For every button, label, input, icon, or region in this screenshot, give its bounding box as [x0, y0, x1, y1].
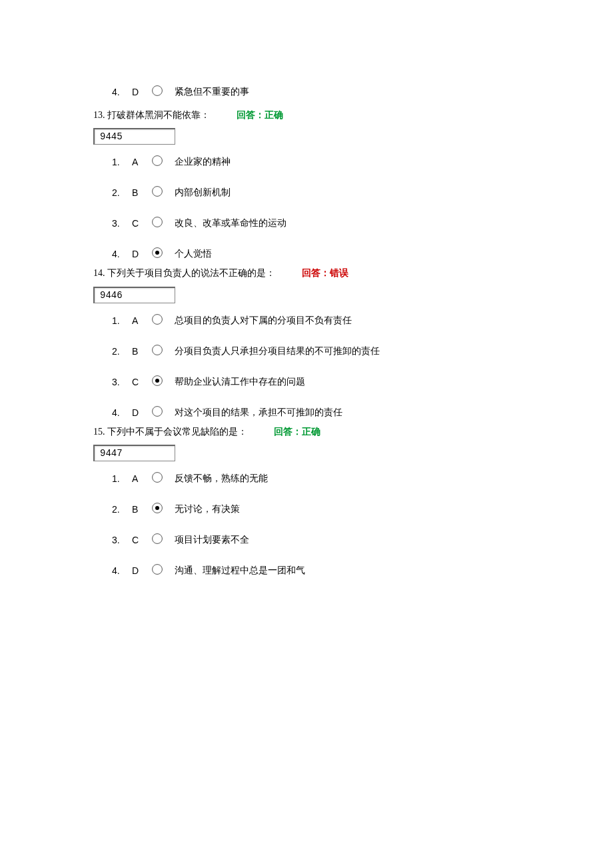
option-index: 1. [112, 157, 127, 167]
radio-icon[interactable] [152, 314, 163, 325]
option-row[interactable]: 3.C改良、改革或革命性的运动 [112, 218, 520, 229]
question-id-box: 9447 [93, 445, 175, 461]
feedback-label: 回答：错误 [302, 268, 348, 278]
option-index: 1. [112, 316, 127, 325]
question-header: 15. 下列中不属于会议常见缺陷的是：回答：正确 [93, 425, 520, 439]
option-letter: C [132, 377, 144, 387]
option-row[interactable]: 4.D个人觉悟 [112, 249, 520, 259]
radio-icon[interactable] [152, 345, 163, 355]
option-index: 1. [112, 474, 127, 483]
option-text: 总项目的负责人对下属的分项目不负有责任 [175, 316, 352, 325]
option-index: 3. [112, 377, 127, 387]
option-index: 2. [112, 188, 127, 197]
option-text: 对这个项目的结果，承担不可推卸的责任 [175, 408, 342, 417]
option-text: 紧急但不重要的事 [175, 87, 249, 97]
option-text: 企业家的精神 [175, 157, 231, 167]
radio-icon[interactable] [152, 406, 163, 417]
radio-icon[interactable] [152, 85, 163, 96]
option-index: 4. [112, 87, 127, 97]
option-letter: B [132, 347, 144, 356]
option-row[interactable]: 4.D对这个项目的结果，承担不可推卸的责任 [112, 407, 520, 418]
option-text: 无讨论，有决策 [175, 505, 240, 514]
options-list: 1.A企业家的精神2.B内部创新机制3.C改良、改革或革命性的运动4.D个人觉悟 [93, 157, 520, 259]
option-letter: A [132, 157, 144, 167]
option-row[interactable]: 3.C项目计划要素不全 [112, 535, 520, 545]
option-letter: C [132, 219, 144, 228]
radio-icon[interactable] [152, 472, 163, 483]
radio-icon[interactable] [152, 217, 163, 227]
question-text: 打破群体黑洞不能依靠： [107, 110, 210, 120]
option-letter: D [132, 566, 144, 575]
quiz-page: 4. D 紧急但不重要的事 13. 打破群体黑洞不能依靠：回答：正确94451.… [0, 0, 613, 609]
radio-icon[interactable] [152, 155, 163, 166]
question-header: 13. 打破群体黑洞不能依靠：回答：正确 [93, 108, 520, 123]
question-text: 下列关于项目负责人的说法不正确的是： [107, 268, 275, 278]
option-index: 4. [112, 566, 127, 575]
option-text: 沟通、理解过程中总是一团和气 [175, 566, 305, 575]
option-index: 3. [112, 219, 127, 228]
option-row[interactable]: 4. D 紧急但不重要的事 [112, 87, 520, 97]
option-text: 帮助企业认清工作中存在的问题 [175, 377, 305, 387]
option-row[interactable]: 1.A总项目的负责人对下属的分项目不负有责任 [112, 315, 520, 326]
radio-icon[interactable] [152, 247, 163, 258]
option-index: 2. [112, 347, 127, 356]
question-id-box: 9446 [93, 287, 175, 303]
option-index: 4. [112, 249, 127, 259]
questions-container: 13. 打破群体黑洞不能依靠：回答：正确94451.A企业家的精神2.B内部创新… [93, 108, 520, 576]
option-letter: A [132, 474, 144, 483]
option-text: 项目计划要素不全 [175, 535, 249, 545]
option-index: 3. [112, 535, 127, 545]
option-text: 改良、改革或革命性的运动 [175, 219, 287, 228]
option-letter: D [132, 249, 144, 259]
option-index: 4. [112, 408, 127, 417]
option-letter: B [132, 188, 144, 197]
option-row[interactable]: 3.C帮助企业认清工作中存在的问题 [112, 377, 520, 387]
feedback-label: 回答：正确 [274, 427, 320, 437]
radio-icon[interactable] [152, 186, 163, 197]
option-row[interactable]: 2.B无讨论，有决策 [112, 504, 520, 515]
radio-icon[interactable] [152, 564, 163, 575]
option-letter: A [132, 316, 144, 325]
question-number: 15. [93, 427, 105, 437]
options-list: 1.A反馈不畅，熟练的无能2.B无讨论，有决策3.C项目计划要素不全4.D沟通、… [93, 473, 520, 576]
option-letter: D [132, 408, 144, 417]
option-index: 2. [112, 505, 127, 514]
orphan-option: 4. D 紧急但不重要的事 [93, 87, 520, 97]
option-letter: C [132, 535, 144, 545]
option-row[interactable]: 1.A企业家的精神 [112, 157, 520, 167]
option-letter: D [132, 87, 144, 97]
option-text: 分项目负责人只承担分项目结果的不可推卸的责任 [175, 347, 380, 356]
option-row[interactable]: 4.D沟通、理解过程中总是一团和气 [112, 565, 520, 576]
option-row[interactable]: 2.B分项目负责人只承担分项目结果的不可推卸的责任 [112, 346, 520, 357]
options-list: 1.A总项目的负责人对下属的分项目不负有责任2.B分项目负责人只承担分项目结果的… [93, 315, 520, 418]
option-text: 个人觉悟 [175, 249, 212, 259]
radio-icon[interactable] [152, 533, 163, 544]
option-letter: B [132, 505, 144, 514]
option-text: 反馈不畅，熟练的无能 [175, 474, 268, 483]
question-header: 14. 下列关于项目负责人的说法不正确的是：回答：错误 [93, 266, 520, 281]
question-number: 13. [93, 110, 105, 120]
option-row[interactable]: 2.B内部创新机制 [112, 187, 520, 198]
question-id-box: 9445 [93, 128, 175, 145]
radio-icon[interactable] [152, 503, 163, 513]
radio-icon[interactable] [152, 375, 163, 386]
option-row[interactable]: 1.A反馈不畅，熟练的无能 [112, 473, 520, 484]
option-text: 内部创新机制 [175, 188, 231, 197]
feedback-label: 回答：正确 [237, 110, 283, 120]
question-text: 下列中不属于会议常见缺陷的是： [107, 427, 247, 437]
question-number: 14. [93, 268, 105, 278]
